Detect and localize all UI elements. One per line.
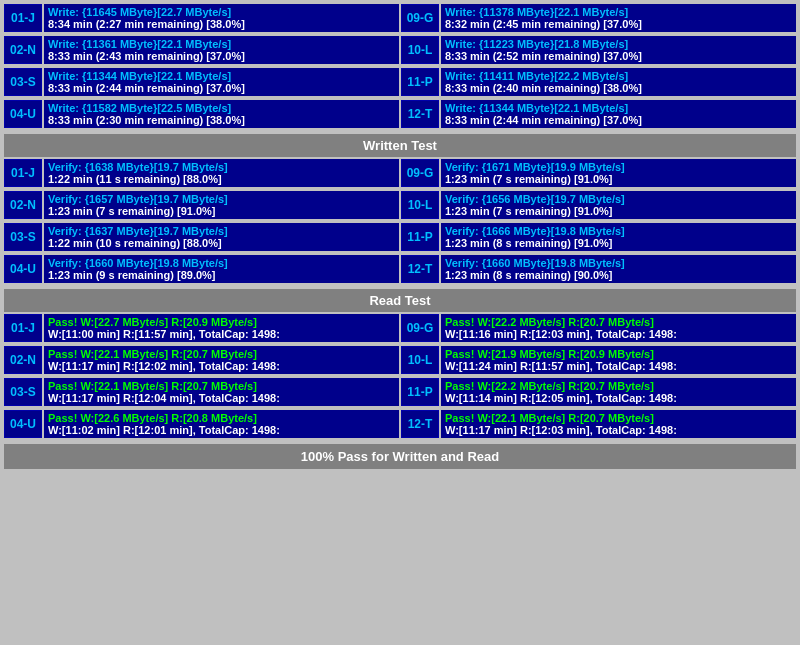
table-row: 11-PWrite: {11411 MByte}[22.2 MByte/s]8:… [401, 68, 796, 96]
row-line2: 1:22 min (11 s remaining) [88.0%] [48, 173, 395, 185]
row-id-label: 10-L [401, 36, 439, 64]
row-line2: 1:22 min (10 s remaining) [88.0%] [48, 237, 395, 249]
row-data-box: Verify: {1666 MByte}[19.8 MByte/s]1:23 m… [441, 223, 796, 251]
row-data-box: Pass! W:[21.9 MByte/s] R:[20.9 MByte/s]W… [441, 346, 796, 374]
row-data-box: Write: {11645 MByte}[22.7 MByte/s]8:34 m… [44, 4, 399, 32]
row-id-label: 04-U [4, 100, 42, 128]
table-row: 03-SPass! W:[22.1 MByte/s] R:[20.7 MByte… [4, 378, 399, 406]
row-data-box: Pass! W:[22.1 MByte/s] R:[20.7 MByte/s]W… [441, 410, 796, 438]
row-line1: Verify: {1666 MByte}[19.8 MByte/s] [445, 225, 792, 237]
row-data-box: Verify: {1638 MByte}[19.7 MByte/s]1:22 m… [44, 159, 399, 187]
row-id-label: 01-J [4, 4, 42, 32]
row-line1: Verify: {1656 MByte}[19.7 MByte/s] [445, 193, 792, 205]
write-grid: 01-JWrite: {11645 MByte}[22.7 MByte/s]8:… [4, 4, 796, 130]
table-row: 09-GVerify: {1671 MByte}[19.9 MByte/s]1:… [401, 159, 796, 187]
row-id-label: 01-J [4, 314, 42, 342]
row-data-box: Write: {11378 MByte}[22.1 MByte/s]8:32 m… [441, 4, 796, 32]
table-row: 09-GWrite: {11378 MByte}[22.1 MByte/s]8:… [401, 4, 796, 32]
write-header: Written Test [4, 134, 796, 157]
row-id-label: 10-L [401, 191, 439, 219]
row-line2: W:[11:17 min] R:[12:04 min], TotalCap: 1… [48, 392, 395, 404]
row-line2: 1:23 min (8 s remaining) [90.0%] [445, 269, 792, 281]
table-row: 10-LPass! W:[21.9 MByte/s] R:[20.9 MByte… [401, 346, 796, 374]
row-id-label: 09-G [401, 314, 439, 342]
row-line2: 8:33 min (2:44 min remaining) [37.0%] [445, 114, 792, 126]
table-row: 02-NPass! W:[22.1 MByte/s] R:[20.7 MByte… [4, 346, 399, 374]
row-line2: 8:34 min (2:27 min remaining) [38.0%] [48, 18, 395, 30]
row-data-box: Write: {11582 MByte}[22.5 MByte/s]8:33 m… [44, 100, 399, 128]
read-section: 01-JPass! W:[22.7 MByte/s] R:[20.9 MByte… [4, 314, 796, 469]
row-line1: Write: {11344 MByte}[22.1 MByte/s] [48, 70, 395, 82]
table-row: 10-LWrite: {11223 MByte}[21.8 MByte/s]8:… [401, 36, 796, 64]
row-id-label: 02-N [4, 191, 42, 219]
row-data-box: Verify: {1671 MByte}[19.9 MByte/s]1:23 m… [441, 159, 796, 187]
table-row: 10-LVerify: {1656 MByte}[19.7 MByte/s]1:… [401, 191, 796, 219]
row-data-box: Write: {11411 MByte}[22.2 MByte/s]8:33 m… [441, 68, 796, 96]
row-line1: Verify: {1637 MByte}[19.7 MByte/s] [48, 225, 395, 237]
row-line2: 1:23 min (7 s remaining) [91.0%] [445, 173, 792, 185]
row-data-box: Pass! W:[22.2 MByte/s] R:[20.7 MByte/s]W… [441, 314, 796, 342]
row-line2: 8:33 min (2:30 min remaining) [38.0%] [48, 114, 395, 126]
row-data-box: Verify: {1660 MByte}[19.8 MByte/s]1:23 m… [44, 255, 399, 283]
table-row: 12-TVerify: {1660 MByte}[19.8 MByte/s]1:… [401, 255, 796, 283]
row-line2: W:[11:24 min] R:[11:57 min], TotalCap: 1… [445, 360, 792, 372]
row-line1: Write: {11645 MByte}[22.7 MByte/s] [48, 6, 395, 18]
row-data-box: Verify: {1657 MByte}[19.7 MByte/s]1:23 m… [44, 191, 399, 219]
row-line1: Pass! W:[22.7 MByte/s] R:[20.9 MByte/s] [48, 316, 395, 328]
row-data-box: Verify: {1656 MByte}[19.7 MByte/s]1:23 m… [441, 191, 796, 219]
table-row: 12-TPass! W:[22.1 MByte/s] R:[20.7 MByte… [401, 410, 796, 438]
row-data-box: Pass! W:[22.1 MByte/s] R:[20.7 MByte/s]W… [44, 346, 399, 374]
row-data-box: Pass! W:[22.1 MByte/s] R:[20.7 MByte/s]W… [44, 378, 399, 406]
row-line1: Pass! W:[22.1 MByte/s] R:[20.7 MByte/s] [48, 380, 395, 392]
row-data-box: Verify: {1637 MByte}[19.7 MByte/s]1:22 m… [44, 223, 399, 251]
row-line1: Pass! W:[22.2 MByte/s] R:[20.7 MByte/s] [445, 316, 792, 328]
row-id-label: 10-L [401, 346, 439, 374]
row-id-label: 04-U [4, 255, 42, 283]
row-line2: W:[11:14 min] R:[12:05 min], TotalCap: 1… [445, 392, 792, 404]
row-line2: W:[11:17 min] R:[12:03 min], TotalCap: 1… [445, 424, 792, 436]
row-line1: Write: {11223 MByte}[21.8 MByte/s] [445, 38, 792, 50]
row-data-box: Write: {11223 MByte}[21.8 MByte/s]8:33 m… [441, 36, 796, 64]
row-line2: 8:33 min (2:44 min remaining) [37.0%] [48, 82, 395, 94]
row-line2: 8:33 min (2:52 min remaining) [37.0%] [445, 50, 792, 62]
table-row: 01-JPass! W:[22.7 MByte/s] R:[20.9 MByte… [4, 314, 399, 342]
read-grid: 01-JPass! W:[22.7 MByte/s] R:[20.9 MByte… [4, 314, 796, 440]
row-line1: Verify: {1638 MByte}[19.7 MByte/s] [48, 161, 395, 173]
row-line1: Verify: {1657 MByte}[19.7 MByte/s] [48, 193, 395, 205]
row-line2: 1:23 min (7 s remaining) [91.0%] [48, 205, 395, 217]
main-container: 01-JWrite: {11645 MByte}[22.7 MByte/s]8:… [0, 0, 800, 475]
row-line2: W:[11:17 min] R:[12:02 min], TotalCap: 1… [48, 360, 395, 372]
row-id-label: 12-T [401, 255, 439, 283]
table-row: 09-GPass! W:[22.2 MByte/s] R:[20.7 MByte… [401, 314, 796, 342]
row-id-label: 01-J [4, 159, 42, 187]
table-row: 04-UWrite: {11582 MByte}[22.5 MByte/s]8:… [4, 100, 399, 128]
row-line2: 8:32 min (2:45 min remaining) [37.0%] [445, 18, 792, 30]
table-row: 12-TWrite: {11344 MByte}[22.1 MByte/s]8:… [401, 100, 796, 128]
footer-status: 100% Pass for Written and Read [4, 444, 796, 469]
row-id-label: 03-S [4, 68, 42, 96]
row-data-box: Pass! W:[22.7 MByte/s] R:[20.9 MByte/s]W… [44, 314, 399, 342]
row-line1: Pass! W:[22.2 MByte/s] R:[20.7 MByte/s] [445, 380, 792, 392]
row-id-label: 11-P [401, 68, 439, 96]
table-row: 03-SWrite: {11344 MByte}[22.1 MByte/s]8:… [4, 68, 399, 96]
row-line1: Write: {11411 MByte}[22.2 MByte/s] [445, 70, 792, 82]
table-row: 04-UVerify: {1660 MByte}[19.8 MByte/s]1:… [4, 255, 399, 283]
table-row: 02-NVerify: {1657 MByte}[19.7 MByte/s]1:… [4, 191, 399, 219]
row-line2: W:[11:02 min] R:[12:01 min], TotalCap: 1… [48, 424, 395, 436]
table-row: 01-JWrite: {11645 MByte}[22.7 MByte/s]8:… [4, 4, 399, 32]
row-id-label: 12-T [401, 410, 439, 438]
write-section: 01-JWrite: {11645 MByte}[22.7 MByte/s]8:… [4, 4, 796, 157]
row-data-box: Write: {11361 MByte}[22.1 MByte/s]8:33 m… [44, 36, 399, 64]
row-line1: Verify: {1671 MByte}[19.9 MByte/s] [445, 161, 792, 173]
table-row: 01-JVerify: {1638 MByte}[19.7 MByte/s]1:… [4, 159, 399, 187]
row-id-label: 11-P [401, 223, 439, 251]
row-id-label: 09-G [401, 159, 439, 187]
row-data-box: Pass! W:[22.6 MByte/s] R:[20.8 MByte/s]W… [44, 410, 399, 438]
row-line2: 1:23 min (8 s remaining) [91.0%] [445, 237, 792, 249]
row-data-box: Pass! W:[22.2 MByte/s] R:[20.7 MByte/s]W… [441, 378, 796, 406]
row-line1: Pass! W:[22.1 MByte/s] R:[20.7 MByte/s] [445, 412, 792, 424]
row-data-box: Write: {11344 MByte}[22.1 MByte/s]8:33 m… [44, 68, 399, 96]
row-line1: Pass! W:[22.6 MByte/s] R:[20.8 MByte/s] [48, 412, 395, 424]
row-id-label: 02-N [4, 346, 42, 374]
table-row: 03-SVerify: {1637 MByte}[19.7 MByte/s]1:… [4, 223, 399, 251]
